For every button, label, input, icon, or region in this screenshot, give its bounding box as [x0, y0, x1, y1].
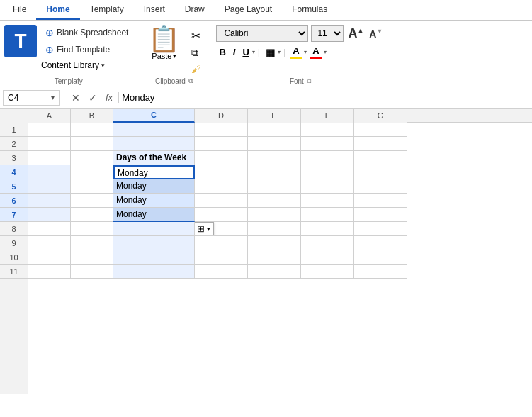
cell-d5[interactable] [195, 179, 248, 194]
cell-g2[interactable] [354, 137, 407, 151]
cell-d4[interactable] [195, 165, 248, 179]
cell-reference-box[interactable]: C4 ▾ [3, 90, 60, 106]
cell-b5[interactable] [71, 179, 113, 194]
paste-button[interactable]: 📋 Paste ▾ [142, 25, 186, 62]
cell-e3[interactable] [248, 151, 301, 165]
clipboard-expand-icon[interactable]: ⧉ [188, 77, 193, 85]
cell-f2[interactable] [301, 137, 354, 151]
cell-ref-arrow[interactable]: ▾ [51, 94, 55, 101]
row-header-5[interactable]: 5 [0, 179, 28, 194]
content-library-button[interactable]: Content Library ▾ [41, 60, 132, 70]
row-header-7[interactable]: 7 [0, 208, 28, 222]
font-name-select[interactable]: Calibri [216, 25, 308, 42]
cell-f8[interactable] [301, 222, 354, 236]
cell-d11[interactable] [195, 265, 248, 279]
cell-b6[interactable] [71, 194, 113, 208]
row-header-3[interactable]: 3 [0, 151, 28, 165]
cell-g8[interactable] [354, 222, 407, 236]
cell-f3[interactable] [301, 151, 354, 165]
cell-c3[interactable]: Days of the Week [113, 151, 195, 165]
cell-f10[interactable] [301, 250, 354, 265]
cell-d8[interactable]: ⊞ ▾ [195, 222, 248, 236]
cell-d9[interactable] [195, 236, 248, 250]
row-header-4[interactable]: 4 [0, 165, 28, 179]
cell-c1[interactable] [113, 123, 195, 137]
cell-e5[interactable] [248, 179, 301, 194]
cell-c5[interactable]: Monday [113, 179, 195, 194]
cell-c8[interactable] [113, 222, 195, 236]
decrease-font-size-button[interactable]: A▼ [368, 28, 384, 40]
cell-c10[interactable] [113, 250, 195, 265]
italic-button[interactable]: I [230, 45, 239, 59]
row-header-2[interactable]: 2 [0, 137, 28, 151]
row-header-8[interactable]: 8 [0, 222, 28, 236]
cell-g10[interactable] [354, 250, 407, 265]
cell-e9[interactable] [248, 236, 301, 250]
highlight-color-button[interactable]: A [288, 45, 304, 60]
cell-d3[interactable] [195, 151, 248, 165]
cell-a3[interactable] [28, 151, 71, 165]
cell-b1[interactable] [71, 123, 113, 137]
bold-button[interactable]: B [216, 45, 228, 59]
border-button[interactable]: ▦ [263, 45, 278, 60]
cell-b7[interactable] [71, 208, 113, 222]
copy-button[interactable]: ⧉ [188, 45, 204, 60]
cell-c2[interactable] [113, 137, 195, 151]
cell-g9[interactable] [354, 236, 407, 250]
col-header-g[interactable]: G [354, 109, 407, 123]
tab-insert[interactable]: Insert [134, 0, 175, 20]
cell-g7[interactable] [354, 208, 407, 222]
cell-e6[interactable] [248, 194, 301, 208]
underline-button[interactable]: U [239, 45, 251, 59]
cell-c4[interactable]: Monday [113, 165, 195, 179]
cell-b8[interactable] [71, 222, 113, 236]
cell-f4[interactable] [301, 165, 354, 179]
cell-e4[interactable] [248, 165, 301, 179]
col-header-d[interactable]: D [195, 109, 248, 123]
border-dropdown-arrow[interactable]: ▾ [278, 49, 281, 55]
tab-formulas[interactable]: Formulas [282, 0, 337, 20]
autocomplete-hint[interactable]: ⊞ ▾ [195, 222, 214, 235]
row-header-10[interactable]: 10 [0, 250, 28, 265]
cell-d6[interactable] [195, 194, 248, 208]
cell-e1[interactable] [248, 123, 301, 137]
row-header-9[interactable]: 9 [0, 236, 28, 250]
formula-cancel-button[interactable]: ✕ [69, 91, 83, 105]
row-header-11[interactable]: 11 [0, 265, 28, 279]
cell-a1[interactable] [28, 123, 71, 137]
cell-b11[interactable] [71, 265, 113, 279]
cell-f1[interactable] [301, 123, 354, 137]
col-header-b[interactable]: B [71, 109, 113, 123]
cell-f7[interactable] [301, 208, 354, 222]
underline-dropdown-arrow[interactable]: ▾ [252, 49, 255, 55]
cell-b9[interactable] [71, 236, 113, 250]
cell-a7[interactable] [28, 208, 71, 222]
cell-a4[interactable] [28, 165, 71, 179]
col-header-f[interactable]: F [301, 109, 354, 123]
tab-draw[interactable]: Draw [175, 0, 215, 20]
cell-f9[interactable] [301, 236, 354, 250]
cell-g6[interactable] [354, 194, 407, 208]
cell-d2[interactable] [195, 137, 248, 151]
cell-c11[interactable] [113, 265, 195, 279]
cell-e7[interactable] [248, 208, 301, 222]
cell-c7[interactable]: Monday [113, 208, 195, 222]
cell-a5[interactable] [28, 179, 71, 194]
cell-b4[interactable] [71, 165, 113, 179]
cell-e2[interactable] [248, 137, 301, 151]
tab-home[interactable]: Home [36, 0, 79, 20]
templafy-logo[interactable]: T [4, 25, 37, 57]
cell-a8[interactable] [28, 222, 71, 236]
cell-a9[interactable] [28, 236, 71, 250]
cut-button[interactable]: ✂ [188, 28, 204, 44]
cell-f6[interactable] [301, 194, 354, 208]
cell-a6[interactable] [28, 194, 71, 208]
cell-b3[interactable] [71, 151, 113, 165]
cell-g11[interactable] [354, 265, 407, 279]
cell-b10[interactable] [71, 250, 113, 265]
cell-b2[interactable] [71, 137, 113, 151]
highlight-dropdown-arrow[interactable]: ▾ [304, 49, 307, 55]
cell-e11[interactable] [248, 265, 301, 279]
cell-e10[interactable] [248, 250, 301, 265]
tab-page-layout[interactable]: Page Layout [215, 0, 282, 20]
